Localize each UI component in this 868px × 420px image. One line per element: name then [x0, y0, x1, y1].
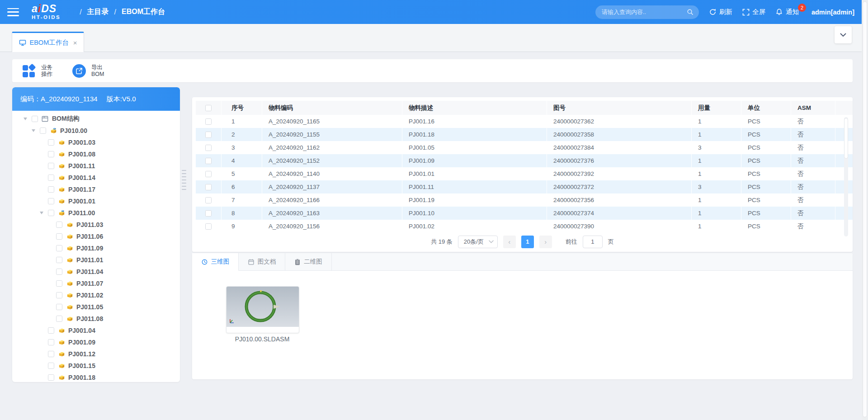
- tree-checkbox[interactable]: [48, 198, 54, 204]
- tree-node[interactable]: PJ001.12: [12, 348, 180, 360]
- table-row[interactable]: 5A_20240920_1140PJ001.012400000273921PCS…: [196, 167, 853, 180]
- row-checkbox[interactable]: [205, 132, 212, 138]
- business-operation-button[interactable]: 业务操作: [22, 64, 52, 78]
- tree-checkbox[interactable]: [48, 374, 54, 381]
- user-menu[interactable]: admin[admin]: [811, 9, 854, 16]
- tree-node[interactable]: PJ011.06: [12, 231, 180, 242]
- tree-checkbox[interactable]: [56, 245, 62, 251]
- tree-checkbox[interactable]: [56, 304, 62, 310]
- tree-node[interactable]: PJ010.00: [12, 125, 180, 137]
- caret-down-icon[interactable]: [40, 212, 48, 214]
- select-all-checkbox[interactable]: [205, 105, 212, 111]
- ebom-workbench-page: aiDS HT-OIDS / 主目录 / EBOM工作台 刷新: [0, 0, 868, 420]
- part-icon: [58, 151, 66, 158]
- table-row[interactable]: 3A_20240920_1162PJ001.052400000273843PCS…: [196, 141, 853, 154]
- tree-node[interactable]: PJ001.04: [12, 325, 180, 336]
- tree-node[interactable]: PJ001.09: [12, 336, 180, 348]
- tab-3d-view[interactable]: 三维图: [192, 253, 239, 271]
- search-icon[interactable]: [687, 9, 693, 15]
- tree-checkbox[interactable]: [48, 339, 54, 345]
- tab-drawing-docs[interactable]: 图文档: [239, 253, 285, 270]
- page-1-button[interactable]: 1: [521, 236, 534, 248]
- table-row[interactable]: 7A_20240920_1166PJ001.192400000273561PCS…: [196, 193, 853, 207]
- row-checkbox[interactable]: [205, 158, 212, 164]
- row-checkbox[interactable]: [205, 171, 212, 177]
- cell-drawing: 240000027384: [547, 141, 692, 154]
- table-row[interactable]: 6A_20240920_1137PJ001.112400000273723PCS…: [196, 180, 853, 193]
- tree-checkbox[interactable]: [56, 280, 62, 287]
- table-row[interactable]: 1A_20240920_1165PJ001.162400000273621PCS…: [196, 115, 853, 128]
- tree-checkbox[interactable]: [56, 316, 62, 322]
- tree-node[interactable]: PJ011.00: [12, 207, 180, 219]
- tree-node[interactable]: PJ001.14: [12, 172, 180, 184]
- row-checkbox[interactable]: [205, 184, 212, 190]
- tree-node[interactable]: PJ001.03: [12, 137, 180, 148]
- page-scrollbar-thumb[interactable]: [863, 1, 867, 417]
- refresh-button[interactable]: 刷新: [709, 8, 732, 16]
- tree-node[interactable]: PJ011.05: [12, 301, 180, 313]
- tree-checkbox[interactable]: [48, 210, 54, 216]
- tree-node[interactable]: PJ011.03: [12, 219, 180, 231]
- tree-checkbox[interactable]: [56, 292, 62, 298]
- caret-down-icon[interactable]: [24, 118, 32, 120]
- row-checkbox[interactable]: [205, 118, 212, 125]
- search-input[interactable]: [601, 8, 687, 16]
- page-size-select[interactable]: 20条/页: [458, 236, 498, 248]
- tree-node[interactable]: PJ001.08: [12, 148, 180, 160]
- tree-checkbox[interactable]: [48, 139, 54, 146]
- tree-node[interactable]: PJ001.01: [12, 195, 180, 207]
- tree-node[interactable]: PJ011.01: [12, 254, 180, 266]
- tree-checkbox[interactable]: [48, 175, 54, 181]
- row-checkbox[interactable]: [205, 210, 212, 217]
- tree-checkbox[interactable]: [48, 363, 54, 369]
- panel-splitter-handle[interactable]: [182, 170, 186, 190]
- tree-checkbox[interactable]: [56, 233, 62, 240]
- table-row[interactable]: 9A_20240920_1156PJ001.022400000273901PCS…: [196, 220, 853, 233]
- tab-2d-view[interactable]: 二维图: [285, 253, 332, 270]
- tree-node[interactable]: PJ001.18: [12, 372, 180, 382]
- goto-page-input[interactable]: [583, 236, 603, 248]
- tree-checkbox[interactable]: [56, 257, 62, 263]
- breadcrumb-item-home[interactable]: 主目录: [87, 7, 109, 17]
- row-checkbox[interactable]: [205, 145, 212, 151]
- next-page-button[interactable]: ›: [539, 236, 552, 248]
- table-scrollbar-thumb[interactable]: [844, 118, 848, 159]
- table-row[interactable]: 8A_20240920_1163PJ001.102400000273741PCS…: [196, 207, 853, 220]
- tree-node[interactable]: BOM结构: [12, 113, 180, 125]
- tree-node[interactable]: PJ011.09: [12, 242, 180, 254]
- menu-hamburger-icon[interactable]: [7, 8, 19, 16]
- tree-checkbox[interactable]: [48, 351, 54, 357]
- tree-checkbox[interactable]: [48, 186, 54, 193]
- table-row[interactable]: 2A_20240920_1155PJ001.182400000273581PCS…: [196, 128, 853, 141]
- app-logo[interactable]: aiDS HT-OIDS: [32, 4, 61, 20]
- tree-node[interactable]: PJ011.02: [12, 289, 180, 301]
- tree-checkbox[interactable]: [56, 222, 62, 228]
- notifications-button[interactable]: 通知 2: [775, 8, 799, 16]
- tab-ebom-workbench[interactable]: EBOM工作台 ×: [12, 32, 84, 52]
- tree-checkbox[interactable]: [56, 269, 62, 275]
- caret-down-icon[interactable]: [32, 129, 40, 132]
- fullscreen-button[interactable]: 全屏: [742, 8, 765, 16]
- row-checkbox[interactable]: [205, 197, 212, 203]
- tree-checkbox[interactable]: [32, 116, 38, 122]
- close-icon[interactable]: ×: [73, 39, 77, 47]
- export-bom-button[interactable]: 导出BOM: [72, 64, 104, 78]
- tree-node[interactable]: PJ001.17: [12, 184, 180, 195]
- table-row[interactable]: 4A_20240920_1152PJ001.092400000273761PCS…: [196, 154, 853, 167]
- tree-checkbox[interactable]: [48, 327, 54, 334]
- tabstrip-collapse-button[interactable]: [835, 26, 852, 43]
- tree-checkbox[interactable]: [48, 151, 54, 157]
- tree-node[interactable]: PJ011.07: [12, 278, 180, 289]
- cell-unit: PCS: [741, 220, 791, 233]
- row-checkbox[interactable]: [205, 223, 212, 230]
- cell-desc: PJ001.11: [402, 180, 547, 193]
- tree-node[interactable]: PJ001.11: [12, 160, 180, 172]
- tree-node[interactable]: PJ011.08: [12, 313, 180, 325]
- clipboard-icon: [294, 259, 301, 265]
- tree-node[interactable]: PJ001.15: [12, 360, 180, 372]
- cad-thumbnail[interactable]: [226, 286, 299, 333]
- tree-checkbox[interactable]: [48, 163, 54, 169]
- tree-checkbox[interactable]: [40, 127, 46, 134]
- tree-node[interactable]: PJ011.04: [12, 266, 180, 278]
- prev-page-button[interactable]: ‹: [503, 236, 516, 248]
